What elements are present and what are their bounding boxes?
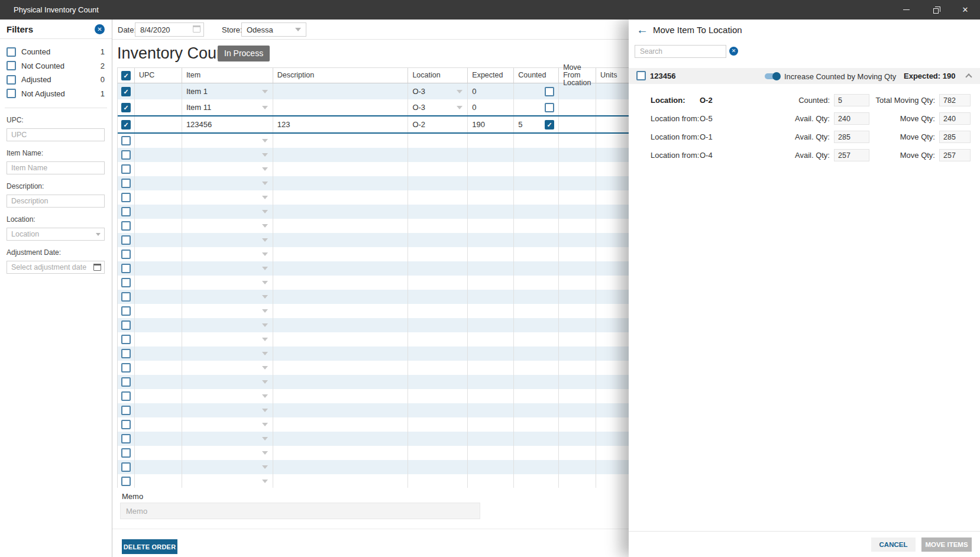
store-select[interactable]: Odessa bbox=[241, 22, 306, 37]
cell-item[interactable] bbox=[182, 148, 273, 162]
filter-counted[interactable]: Counted 1 bbox=[7, 45, 105, 59]
table-row-empty[interactable] bbox=[118, 403, 633, 417]
chevron-down-icon[interactable] bbox=[262, 281, 268, 284]
table-row-empty[interactable] bbox=[118, 346, 633, 361]
chevron-down-icon[interactable] bbox=[262, 480, 268, 483]
cell-upc[interactable] bbox=[135, 247, 182, 261]
table-row-empty[interactable] bbox=[118, 375, 633, 389]
cell-expected[interactable] bbox=[468, 233, 514, 247]
cell-location[interactable]: O-2 bbox=[408, 116, 468, 132]
row-checkbox[interactable] bbox=[121, 235, 131, 245]
not-counted-checkbox[interactable] bbox=[7, 61, 16, 70]
cell-location[interactable] bbox=[408, 247, 468, 261]
cell-move-from-location[interactable] bbox=[559, 233, 596, 247]
counted-checkbox[interactable] bbox=[545, 103, 554, 112]
chevron-down-icon[interactable] bbox=[457, 90, 462, 93]
cell-location[interactable] bbox=[408, 205, 468, 219]
cell-location[interactable] bbox=[408, 233, 468, 247]
cell-counted[interactable] bbox=[514, 332, 559, 346]
cell-units[interactable] bbox=[596, 474, 633, 488]
chevron-down-icon[interactable] bbox=[262, 153, 268, 157]
cell-units[interactable] bbox=[596, 162, 633, 176]
cell-expected[interactable] bbox=[468, 247, 514, 261]
chevron-down-icon[interactable] bbox=[262, 295, 268, 299]
cell-description[interactable] bbox=[273, 389, 409, 403]
row-checkbox[interactable] bbox=[121, 193, 131, 202]
cell-upc[interactable] bbox=[135, 176, 182, 190]
row-checkbox[interactable] bbox=[121, 136, 131, 145]
cell-units[interactable] bbox=[596, 176, 633, 190]
cell-expected[interactable] bbox=[468, 190, 514, 205]
table-row-empty[interactable] bbox=[118, 332, 633, 346]
cell-item[interactable] bbox=[182, 276, 273, 290]
chevron-down-icon[interactable] bbox=[262, 167, 268, 171]
chevron-down-icon[interactable] bbox=[262, 323, 268, 327]
row-checkbox[interactable] bbox=[121, 406, 131, 415]
cell-upc[interactable] bbox=[135, 276, 182, 290]
cell-move-from-location[interactable] bbox=[559, 304, 596, 318]
cell-location[interactable] bbox=[408, 290, 468, 304]
table-row-empty[interactable] bbox=[118, 205, 633, 219]
cell-move-from-location[interactable] bbox=[559, 190, 596, 205]
cell-upc[interactable] bbox=[135, 190, 182, 205]
cell-description[interactable] bbox=[273, 375, 409, 389]
cell-counted[interactable] bbox=[514, 148, 559, 162]
counted-checkbox[interactable] bbox=[545, 120, 554, 129]
row-checkbox[interactable] bbox=[121, 377, 131, 387]
select-all-cell[interactable] bbox=[118, 68, 135, 83]
cell-units[interactable] bbox=[596, 83, 633, 99]
cell-counted[interactable] bbox=[514, 417, 559, 432]
cell-item[interactable] bbox=[182, 290, 273, 304]
chevron-down-icon[interactable] bbox=[262, 409, 268, 412]
cell-location[interactable] bbox=[408, 460, 468, 474]
not-adjusted-checkbox[interactable] bbox=[7, 89, 16, 98]
cell-upc[interactable] bbox=[135, 432, 182, 446]
cell-units[interactable] bbox=[596, 375, 633, 389]
row-checkbox[interactable] bbox=[121, 264, 131, 273]
cell-expected[interactable] bbox=[468, 261, 514, 276]
header-location[interactable]: Location bbox=[408, 68, 468, 83]
cell-expected[interactable] bbox=[468, 403, 514, 417]
cell-description[interactable] bbox=[273, 176, 409, 190]
row-checkbox[interactable] bbox=[121, 448, 131, 458]
cell-counted[interactable] bbox=[514, 83, 559, 99]
cell-location[interactable] bbox=[408, 148, 468, 162]
cell-upc[interactable] bbox=[135, 134, 182, 148]
search-input[interactable] bbox=[635, 45, 726, 58]
cell-expected[interactable]: 190 bbox=[468, 116, 514, 132]
cell-units[interactable] bbox=[596, 116, 633, 132]
table-row-empty[interactable] bbox=[118, 176, 633, 190]
chevron-down-icon[interactable] bbox=[262, 380, 268, 384]
cell-move-from-location[interactable] bbox=[559, 205, 596, 219]
cell-units[interactable] bbox=[596, 290, 633, 304]
cell-expected[interactable] bbox=[468, 148, 514, 162]
cell-counted[interactable] bbox=[514, 205, 559, 219]
header-description[interactable]: Description bbox=[273, 68, 409, 83]
clear-search-icon[interactable]: ✕ bbox=[729, 47, 738, 56]
cell-description[interactable] bbox=[273, 190, 409, 205]
cell-item[interactable] bbox=[182, 332, 273, 346]
avail-qty-input[interactable] bbox=[834, 112, 869, 125]
cell-upc[interactable] bbox=[135, 417, 182, 432]
cell-upc[interactable] bbox=[135, 304, 182, 318]
cell-item[interactable] bbox=[182, 446, 273, 460]
cell-location[interactable]: O-3 bbox=[408, 83, 468, 99]
cell-units[interactable] bbox=[596, 389, 633, 403]
chevron-down-icon[interactable] bbox=[262, 366, 268, 370]
cell-units[interactable] bbox=[596, 446, 633, 460]
minimize-button[interactable] bbox=[891, 0, 921, 20]
cell-item[interactable] bbox=[182, 190, 273, 205]
cell-location[interactable] bbox=[408, 417, 468, 432]
cell-units[interactable] bbox=[596, 276, 633, 290]
cell-location[interactable] bbox=[408, 389, 468, 403]
cell-expected[interactable] bbox=[468, 318, 514, 332]
cell-description[interactable] bbox=[273, 474, 409, 488]
chevron-down-icon[interactable] bbox=[262, 352, 268, 355]
cell-units[interactable] bbox=[596, 460, 633, 474]
cell-description[interactable] bbox=[273, 361, 409, 375]
cell-upc[interactable] bbox=[135, 148, 182, 162]
row-checkbox[interactable] bbox=[121, 320, 131, 330]
table-row-empty[interactable] bbox=[118, 460, 633, 474]
table-row-empty[interactable] bbox=[118, 474, 633, 488]
cell-upc[interactable] bbox=[135, 116, 182, 132]
